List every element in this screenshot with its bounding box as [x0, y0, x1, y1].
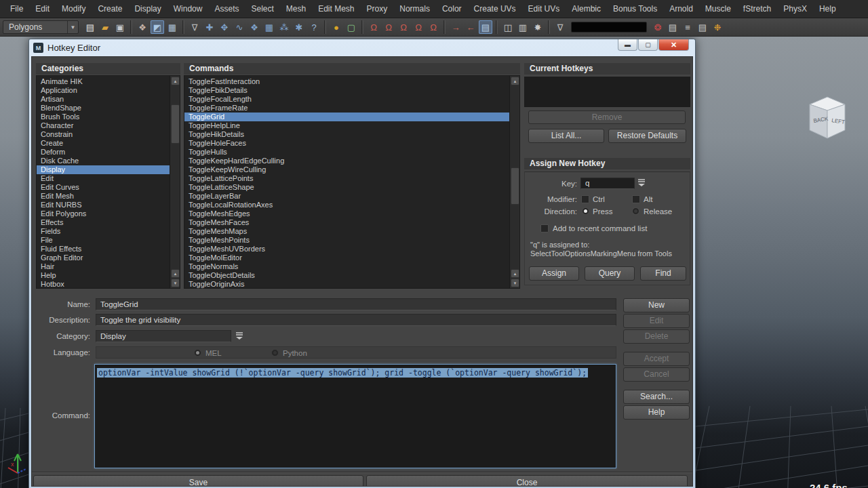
toolbar-search-input[interactable] — [571, 22, 647, 33]
render-frame-icon[interactable]: ◫ — [501, 20, 515, 34]
menu-item[interactable]: fStretch — [737, 0, 777, 18]
snap-projected-icon[interactable]: Ω — [412, 20, 425, 34]
search-button[interactable]: Search... — [623, 390, 690, 404]
render-settings-icon[interactable]: ✸ — [531, 20, 545, 34]
category-item[interactable]: Create — [37, 139, 170, 148]
command-item[interactable]: ToggleLatticeShape — [184, 183, 509, 192]
menu-item[interactable]: Display — [128, 0, 167, 18]
category-item[interactable]: Effects — [37, 218, 170, 227]
command-item[interactable]: ToggleHikDetails — [184, 130, 509, 139]
snap-point-icon[interactable]: Ω — [397, 20, 410, 34]
command-item[interactable]: ToggleLatticePoints — [184, 174, 509, 183]
category-item[interactable]: Edit Polygons — [37, 209, 170, 218]
scrollbar-thumb[interactable] — [171, 104, 180, 144]
categories-scrollbar[interactable]: ▲ ▲ ▼ — [170, 76, 180, 288]
python-radio[interactable] — [271, 349, 279, 357]
command-item[interactable]: ToggleMeshUVBorders — [184, 245, 509, 253]
help-button[interactable]: Help — [623, 405, 690, 420]
highlight-selection-icon[interactable]: ▢ — [344, 20, 358, 34]
assign-button[interactable]: Assign — [529, 266, 579, 281]
command-item[interactable]: ToggleFocalLength — [184, 95, 509, 104]
command-item[interactable]: ToggleHulls — [184, 148, 509, 157]
menu-item[interactable]: Edit UVs — [522, 0, 566, 18]
category-item[interactable]: Animate HIK — [37, 77, 170, 86]
category-item[interactable]: Deform — [37, 148, 170, 157]
cancel-button[interactable]: Cancel — [623, 367, 690, 382]
curve-tool-icon[interactable]: ∿ — [233, 20, 246, 34]
command-item[interactable]: ToggleKeepHardEdgeCulling — [184, 157, 509, 165]
category-item[interactable]: Help — [37, 271, 170, 280]
query-button[interactable]: Query — [585, 266, 635, 281]
modeling-toolkit-icon[interactable]: ❉ — [711, 20, 724, 34]
alt-checkbox[interactable] — [632, 195, 640, 203]
menu-item[interactable]: Normals — [393, 0, 436, 18]
scrollbar-thumb[interactable] — [511, 167, 519, 205]
recent-command-checkbox[interactable] — [540, 224, 549, 232]
command-item[interactable]: ToggleHelpLine — [184, 121, 509, 130]
menu-item[interactable]: Proxy — [361, 0, 394, 18]
particles-icon[interactable]: ⁂ — [277, 20, 291, 34]
category-item[interactable]: Artisan — [37, 95, 170, 104]
category-dropdown[interactable]: Display — [96, 330, 231, 342]
command-item[interactable]: ToggleMolEditor — [184, 253, 509, 262]
construction-history-icon[interactable]: ▤ — [479, 20, 492, 34]
category-item[interactable]: Disk Cache — [37, 157, 170, 165]
category-item[interactable]: Fluid Effects — [37, 245, 170, 253]
minimize-button[interactable]: ▬ — [618, 39, 637, 51]
lock-icon[interactable]: ● — [330, 20, 343, 34]
command-item[interactable]: ToggleNormals — [184, 262, 509, 271]
menu-item[interactable]: Bonus Tools — [607, 0, 663, 18]
help-icon[interactable]: ? — [307, 20, 321, 34]
scroll-up-icon[interactable]: ▲ — [171, 269, 180, 278]
view-cube[interactable]: BACK LEFT — [802, 94, 852, 142]
current-hotkeys-list[interactable] — [524, 77, 690, 107]
new-scene-icon[interactable]: ▤ — [83, 20, 97, 34]
menu-item[interactable]: Window — [167, 0, 209, 18]
edit-button[interactable]: Edit — [623, 314, 690, 328]
paint-fx-icon[interactable]: ❂ — [651, 20, 665, 34]
menu-item[interactable]: Alembic — [566, 0, 607, 18]
select-hierarchy-icon[interactable]: ❖ — [136, 20, 149, 34]
new-button[interactable]: New — [623, 298, 690, 312]
save-scene-icon[interactable]: ▣ — [113, 20, 127, 34]
lattice-icon[interactable]: ▦ — [262, 20, 276, 34]
command-item[interactable]: ToggleLocalRotationAxes — [184, 201, 509, 209]
move-plus-icon[interactable]: ✚ — [203, 20, 216, 34]
command-item[interactable]: ToggleOriginAxis — [184, 280, 509, 289]
scroll-up-icon[interactable]: ▲ — [171, 77, 180, 85]
scroll-up-icon[interactable]: ▲ — [511, 269, 519, 278]
find-button[interactable]: Find — [640, 266, 686, 281]
command-item[interactable]: ToggleLayerBar — [184, 192, 509, 201]
menu-item[interactable]: Arnold — [663, 0, 699, 18]
menu-item[interactable]: Create — [92, 0, 128, 18]
command-item[interactable]: ToggleGrid — [184, 113, 509, 121]
dialog-titlebar[interactable]: M Hotkey Editor ▬ ▢ ✕ — [31, 39, 693, 56]
select-component-icon[interactable]: ▦ — [165, 20, 179, 34]
menu-set-dropdown[interactable]: Polygons ▼ — [3, 20, 79, 34]
scroll-up-icon[interactable]: ▲ — [511, 77, 519, 85]
command-item[interactable]: ToggleMeshPoints — [184, 236, 509, 245]
ik-handle-icon[interactable]: ✥ — [218, 20, 231, 34]
category-item[interactable]: Character — [37, 121, 170, 130]
description-input[interactable]: Toggle the grid visibility — [96, 314, 616, 326]
command-item[interactable]: ToggleFastInteraction — [184, 77, 509, 86]
paint-effects-icon[interactable]: ✱ — [292, 20, 306, 34]
command-item[interactable]: ToggleFrameRate — [184, 104, 509, 113]
category-item[interactable]: BlendShape — [37, 104, 170, 113]
ctrl-checkbox[interactable] — [581, 195, 589, 203]
menu-item[interactable]: Help — [813, 0, 842, 18]
restore-defaults-button[interactable]: Restore Defaults — [608, 129, 686, 143]
maximize-button[interactable]: ▢ — [638, 39, 658, 51]
save-button[interactable]: Save — [33, 475, 363, 487]
display-layers-icon[interactable]: ▤ — [696, 20, 709, 34]
menu-item[interactable]: Muscle — [699, 0, 737, 18]
category-item[interactable]: Hotbox — [37, 280, 170, 289]
command-item[interactable]: ToggleMeshEdges — [184, 209, 509, 218]
make-live-icon[interactable]: Ω — [427, 20, 440, 34]
menu-item[interactable]: PhysX — [777, 0, 813, 18]
remove-button[interactable]: Remove — [528, 110, 686, 124]
menu-item[interactable]: Assets — [208, 0, 245, 18]
channel-box-icon[interactable]: ▤ — [666, 20, 679, 34]
list-all-button[interactable]: List All... — [528, 129, 604, 143]
menu-item[interactable]: Create UVs — [468, 0, 522, 18]
